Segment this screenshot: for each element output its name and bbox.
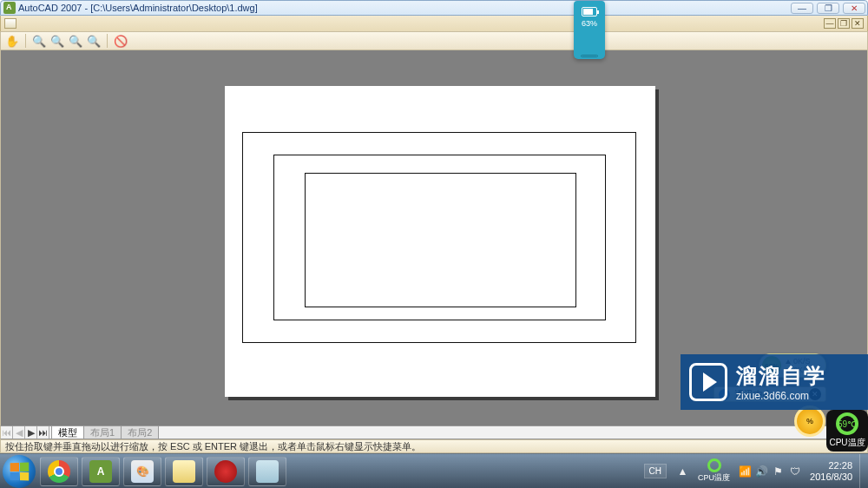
mdi-restore-button[interactable]: ❐ — [838, 18, 850, 29]
separator — [25, 34, 26, 48]
zoom-plus-icon: 🔍 — [32, 35, 46, 48]
system-tray: CH ▲ CPU温度 📶 🔊 ⚑ 🛡 22:28 2016/8/30 — [644, 454, 868, 488]
windows-taskbar: A 🎨 CH ▲ CPU温度 📶 🔊 ⚑ 🛡 22:28 2016/8/30 — [0, 453, 868, 488]
tab-nav-first[interactable]: ⏮ — [1, 426, 13, 439]
show-desktop-button[interactable] — [859, 454, 868, 489]
paint-icon: 🎨 — [131, 460, 154, 483]
app-icon — [3, 2, 16, 14]
tray-flag-icon[interactable]: ⚑ — [772, 465, 785, 478]
tray-shield-icon[interactable]: 🛡 — [788, 465, 801, 478]
hand-icon: ✋ — [5, 35, 19, 48]
zoom-prev-icon: 🔍 — [69, 35, 82, 48]
window-close-button[interactable]: ✕ — [843, 3, 865, 14]
watermark-title: 溜溜自学 — [736, 362, 826, 390]
clock-time: 22:28 — [828, 460, 852, 472]
pan-tool-button[interactable]: ✋ — [4, 33, 20, 49]
document-icon — [4, 18, 16, 29]
tab-layout2[interactable]: 布局2 — [121, 426, 159, 439]
taskbar-app-explorer[interactable] — [165, 457, 203, 486]
battery-icon — [582, 7, 597, 16]
start-button[interactable] — [3, 455, 36, 488]
zoom-previous-button[interactable]: 🔍 — [68, 33, 83, 49]
tray-network-icon[interactable]: 📶 — [739, 465, 752, 478]
separator — [107, 34, 108, 48]
menubar: — ❐ ✕ — [0, 16, 868, 31]
mdi-minimize-button[interactable]: — — [824, 18, 836, 29]
taskbar-app-chrome[interactable] — [40, 457, 78, 486]
window-titlebar: AutoCAD 2007 - [C:\Users\Administrator\D… — [0, 0, 868, 16]
chrome-icon — [48, 460, 70, 483]
zoom-window-button[interactable]: 🔍 — [49, 33, 65, 49]
window-maximize-button[interactable]: ❐ — [817, 3, 839, 14]
watermark-overlay: 溜溜自学 zixue.3d66.com — [681, 354, 868, 410]
taskbar-app-autocad[interactable]: A — [82, 457, 120, 486]
cpu-temp-value: 59℃ — [836, 412, 858, 435]
tray-show-hidden[interactable]: ▲ — [676, 465, 689, 478]
cpu-temp-small-widget[interactable]: % — [794, 406, 825, 437]
tab-nav-prev[interactable]: ◀ — [13, 426, 25, 439]
cancel-icon: 🚫 — [114, 35, 128, 48]
cpu-temp-label: CPU温度 — [829, 437, 865, 449]
language-indicator[interactable]: CH — [644, 464, 667, 478]
zoom-window-icon: 🔍 — [50, 35, 64, 48]
taskbar-app-red[interactable] — [207, 457, 245, 486]
folder-icon — [173, 460, 195, 483]
taskbar-clock[interactable]: 22:28 2016/8/30 — [810, 460, 852, 483]
status-bar: 按住拾取键并垂直拖动以进行缩放，按 ESC 或 ENTER 键退出，或者单击鼠标… — [0, 439, 868, 453]
phone-battery-overlay[interactable]: 63% — [574, 1, 605, 59]
play-icon — [689, 363, 727, 401]
clock-date: 2016/8/30 — [810, 472, 852, 483]
taskbar-app-paint[interactable]: 🎨 — [123, 457, 161, 486]
status-text: 按住拾取键并垂直拖动以进行缩放，按 ESC 或 ENTER 键退出，或者单击鼠标… — [5, 440, 421, 453]
cancel-button[interactable]: 🚫 — [113, 33, 128, 49]
phone-home-button — [581, 55, 598, 57]
tab-layout1[interactable]: 布局1 — [83, 426, 122, 439]
windows-logo-icon — [10, 462, 30, 480]
tab-nav-last[interactable]: ⏭ — [37, 426, 49, 439]
zoom-extents-icon: 🔍 — [87, 35, 101, 48]
zoom-extents-button[interactable]: 🔍 — [86, 33, 102, 49]
layout-tabstrip: ⏮ ◀ ▶ ⏭ 模型 布局1 布局2 — [0, 425, 868, 439]
zoom-realtime-button[interactable]: 🔍 — [31, 33, 47, 49]
snip-icon — [256, 460, 279, 483]
mdi-close-button[interactable]: ✕ — [852, 18, 864, 29]
red-app-icon — [214, 460, 237, 483]
watermark-url: zixue.3d66.com — [736, 390, 826, 402]
tray-cpu-temp[interactable]: CPU温度 — [698, 458, 730, 484]
tab-nav-next[interactable]: ▶ — [25, 426, 37, 439]
toolbar: ✋ 🔍 🔍 🔍 🔍 🚫 — [0, 31, 868, 50]
window-title: AutoCAD 2007 - [C:\Users\Administrator\D… — [18, 3, 258, 13]
cpu-temp-widget[interactable]: 59℃ CPU温度 — [826, 410, 868, 452]
tray-volume-icon[interactable]: 🔊 — [755, 465, 768, 478]
rectangle-inner — [305, 173, 576, 307]
autocad-icon: A — [89, 460, 112, 483]
window-minimize-button[interactable]: — — [791, 3, 813, 14]
tab-model[interactable]: 模型 — [51, 426, 84, 439]
cpu-ring-icon — [707, 458, 721, 472]
tray-cpu-label: CPU温度 — [698, 472, 730, 484]
taskbar-app-snip[interactable] — [248, 457, 286, 486]
battery-percent: 63% — [582, 19, 597, 28]
